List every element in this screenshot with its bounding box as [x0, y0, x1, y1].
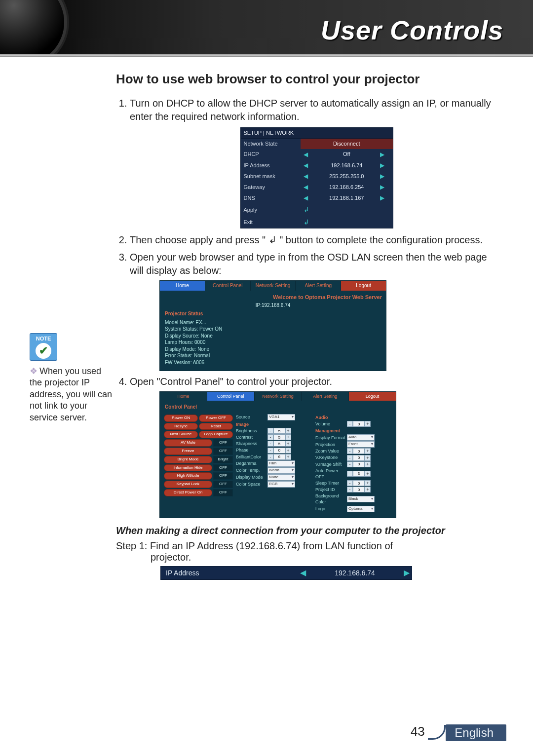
tab-alert-setting[interactable]: Alert Setting	[296, 281, 341, 291]
resync-button[interactable]: Resync	[164, 423, 198, 430]
tab-network-setting[interactable]: Network Setting	[255, 392, 302, 401]
status-error-v: Normal	[194, 353, 210, 358]
osd-row-dns-value[interactable]: 192.168.1.167	[316, 192, 377, 203]
step-3-text: Open your web browser and type in from t…	[130, 252, 487, 276]
web2-tabs: Home Control Panel Network Setting Alert…	[160, 392, 396, 401]
brilliantcolor-spinner[interactable]: -+	[267, 454, 291, 460]
auto-power-off-spinner[interactable]: -+	[347, 471, 371, 477]
power-on-button[interactable]: Power ON	[164, 415, 198, 422]
freeze-state: OFF	[213, 448, 233, 455]
step-1: Turn on DHCP to allow the DHCP server to…	[130, 97, 503, 228]
ip-prefix: IP:	[256, 302, 262, 308]
left-arrow-icon[interactable]: ◀	[301, 171, 316, 182]
color-space-select[interactable]: RGB	[267, 481, 295, 488]
project-id-label: Project ID	[315, 487, 346, 492]
control-panel-title: Control Panel	[160, 401, 396, 412]
projection-label: Projection	[315, 442, 346, 448]
display-format-select[interactable]: Auto	[347, 434, 375, 441]
osd-row-network-state-label: Network State	[241, 139, 301, 149]
projector-status-header: Projector Status	[165, 310, 381, 317]
banner-title: User Controls	[321, 15, 503, 45]
next-source-button[interactable]: Next Source	[164, 431, 198, 438]
left-arrow-icon[interactable]: ◀	[301, 149, 316, 160]
phase-spinner[interactable]: -+	[267, 448, 291, 454]
status-fw-v: A006	[193, 360, 204, 365]
ip-value[interactable]: 192.168.6.74	[308, 567, 402, 579]
keypad-lock-button[interactable]: Keypad Lock	[164, 481, 212, 488]
osd-row-subnet-value[interactable]: 255.255.255.0	[316, 171, 377, 182]
info-hide-button[interactable]: Information Hide	[164, 464, 212, 472]
left-arrow-icon[interactable]: ◀	[301, 182, 316, 192]
osd-row-gateway-value[interactable]: 192.168.6.254	[316, 182, 377, 192]
tab-logout[interactable]: Logout	[341, 281, 386, 291]
sharpness-spinner[interactable]: -+	[267, 441, 291, 447]
right-arrow-icon[interactable]: ▶	[377, 149, 393, 160]
status-lamp-k: Lamp Hours:	[165, 340, 193, 345]
sleep-timer-spinner[interactable]: -+	[347, 480, 371, 486]
freeze-button[interactable]: Freeze	[164, 448, 212, 455]
check-icon: ✔	[36, 343, 51, 359]
phase-label: Phase	[236, 447, 266, 453]
logo-label: Logo	[315, 506, 346, 512]
contrast-spinner[interactable]: -+	[267, 434, 291, 440]
tab-home[interactable]: Home	[160, 281, 205, 291]
left-arrow-icon[interactable]: ◀	[301, 192, 316, 203]
zoom-spinner[interactable]: -+	[347, 448, 371, 454]
osd-row-dhcp-value[interactable]: Off	[316, 149, 377, 160]
direct-step1: Step 1: Find an IP Address (192.168.6.74…	[116, 540, 503, 552]
status-system-k: System Status:	[165, 326, 198, 332]
note-sidebar: NOTE ✔ ❖When you used the projector IP a…	[30, 333, 114, 423]
direct-step1b: projector.	[151, 552, 503, 563]
tab-network-setting[interactable]: Network Setting	[251, 281, 296, 291]
direct-power-on-state: OFF	[213, 489, 233, 496]
right-arrow-icon[interactable]: ▶	[377, 192, 393, 203]
right-arrow-icon[interactable]: ▶	[377, 182, 393, 192]
source-select[interactable]: VGA1	[267, 414, 295, 420]
osd-row-ip-value[interactable]: 192.168.6.74	[316, 160, 377, 171]
tab-control-panel[interactable]: Control Panel	[205, 281, 251, 291]
left-arrow-icon[interactable]: ◀	[298, 568, 308, 577]
high-altitude-button[interactable]: High Altitude	[164, 472, 212, 480]
header-banner: User Controls	[0, 0, 533, 57]
vkeystone-spinner[interactable]: -+	[347, 455, 371, 461]
vkeystone-label: V.Keystone	[315, 454, 346, 460]
display-mode-select[interactable]: None	[267, 474, 295, 481]
av-mute-button[interactable]: AV Mute	[164, 439, 212, 447]
power-off-button[interactable]: Power OFF	[199, 415, 233, 422]
color-space-label: Color Space	[236, 481, 266, 487]
volume-spinner[interactable]: -+	[347, 421, 371, 427]
left-arrow-icon[interactable]: ◀	[301, 160, 316, 171]
tab-control-panel[interactable]: Control Panel	[207, 392, 255, 401]
osd-row-apply-label[interactable]: Apply	[241, 204, 301, 216]
osd-row-exit-label[interactable]: Exit	[241, 216, 301, 228]
control-buttons-column: Power ONPower OFF ResyncReset Next Sourc…	[164, 414, 233, 513]
colortemp-select[interactable]: Warm	[267, 467, 295, 474]
enter-icon[interactable]: ↲	[301, 204, 392, 216]
project-id-spinner[interactable]: -+	[347, 487, 371, 492]
bright-mode-button[interactable]: Bright Mode	[164, 456, 212, 463]
tab-home[interactable]: Home	[160, 392, 207, 401]
status-source-k: Display Source:	[165, 333, 199, 339]
right-arrow-icon[interactable]: ▶	[377, 160, 393, 171]
logo-select[interactable]: Optoma	[347, 506, 375, 512]
zoom-value-label: Zoom Value	[315, 448, 346, 454]
degamma-select[interactable]: Film	[267, 460, 295, 467]
direct-power-on-button[interactable]: Direct Power On	[164, 489, 212, 496]
brightness-spinner[interactable]: -+	[267, 428, 291, 434]
status-model-k: Model Name:	[165, 320, 194, 325]
image-settings-column: SourceVGA1 Image Brightness-+ Contrast-+…	[236, 414, 312, 513]
background-color-select[interactable]: Black	[347, 496, 375, 502]
status-mode-v: None	[197, 346, 209, 352]
right-arrow-icon[interactable]: ▶	[402, 568, 412, 577]
tab-logout[interactable]: Logout	[349, 392, 396, 401]
step-4-text: Open "Control Panel" to control your pro…	[130, 376, 332, 387]
step-4: Open "Control Panel" to control your pro…	[130, 375, 503, 518]
projection-select[interactable]: Front	[347, 441, 375, 448]
logo-capture-button[interactable]: Logo Capture	[199, 431, 233, 438]
reset-button[interactable]: Reset	[199, 423, 233, 430]
enter-icon[interactable]: ↲	[301, 216, 392, 228]
tab-alert-setting[interactable]: Alert Setting	[302, 392, 349, 401]
vimage-shift-spinner[interactable]: -+	[347, 461, 371, 467]
right-arrow-icon[interactable]: ▶	[377, 171, 393, 182]
sleep-timer-label: Sleep Timer	[315, 480, 346, 486]
